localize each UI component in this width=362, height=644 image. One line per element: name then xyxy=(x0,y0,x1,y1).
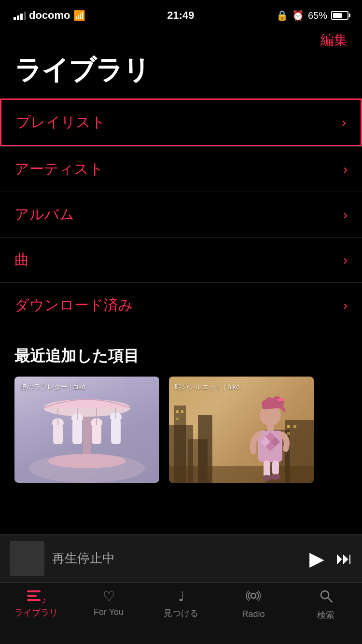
library-list: プレイリスト › アーティスト › アルバム › 曲 › ダウンロード済み › xyxy=(0,98,362,328)
svg-rect-30 xyxy=(169,466,314,483)
library-item-label: 曲 xyxy=(14,250,29,270)
now-playing-bar[interactable]: 再生停止中 ▶ ⏭ xyxy=(0,534,362,582)
radio-icon xyxy=(246,588,261,606)
status-bar: docomo 📶 21:49 🔒 ⏰ 65% xyxy=(0,0,362,27)
svg-point-42 xyxy=(251,593,256,598)
album-card-2[interactable]: 時のシルエット | aiko xyxy=(169,377,314,483)
music-note-icon: ♩ xyxy=(178,588,184,604)
carousel-illustration xyxy=(14,377,159,483)
status-right: 🔒 ⏰ 65% xyxy=(276,10,348,21)
chevron-right-icon: › xyxy=(343,162,348,177)
svg-rect-25 xyxy=(181,410,183,413)
library-tab-icon: ♪ xyxy=(27,588,45,604)
library-item-playlists[interactable]: プレイリスト › xyxy=(0,98,362,146)
library-item-albums[interactable]: アルバム › xyxy=(0,192,362,237)
library-item-artists[interactable]: アーティスト › xyxy=(0,146,362,192)
svg-rect-29 xyxy=(287,432,290,435)
svg-rect-32 xyxy=(267,425,274,432)
tab-library[interactable]: ♪ ライブラリ xyxy=(0,588,72,618)
carrier-label: docomo xyxy=(29,9,70,22)
library-item-label: ダウンロード済み xyxy=(14,295,133,315)
chevron-right-icon: › xyxy=(342,115,346,130)
tab-library-label: ライブラリ xyxy=(14,607,58,618)
album-grid: 暁のラブレター | aiko xyxy=(0,377,362,483)
svg-rect-26 xyxy=(176,418,179,420)
city-illustration xyxy=(169,377,314,483)
svg-line-44 xyxy=(328,598,332,602)
heart-icon: ♡ xyxy=(103,588,115,604)
chevron-right-icon: › xyxy=(343,207,348,223)
chevron-right-icon: › xyxy=(343,298,348,313)
tab-search-label: 検索 xyxy=(317,609,334,621)
album-art-2: 時のシルエット | aiko xyxy=(169,377,314,483)
svg-rect-11 xyxy=(111,419,121,444)
page-title: ライブラリ xyxy=(0,49,362,98)
tab-bar: ♪ ライブラリ ♡ For You ♩ 見つける Radio xyxy=(0,582,362,644)
svg-point-41 xyxy=(271,474,280,480)
tab-for-you[interactable]: ♡ For You xyxy=(72,588,145,617)
library-item-label: プレイリスト xyxy=(16,112,106,132)
svg-rect-24 xyxy=(176,410,179,413)
library-item-downloaded[interactable]: ダウンロード済み › xyxy=(0,282,362,328)
lock-icon: 🔒 xyxy=(276,10,288,21)
tab-browse[interactable]: ♩ 見つける xyxy=(145,588,217,619)
signal-icon xyxy=(14,11,26,20)
svg-point-4 xyxy=(48,454,125,468)
skip-forward-button[interactable]: ⏭ xyxy=(336,549,352,568)
svg-rect-39 xyxy=(272,461,279,475)
now-playing-thumbnail xyxy=(10,541,44,576)
svg-rect-38 xyxy=(264,461,270,477)
page-header: 編集 xyxy=(0,27,362,49)
search-icon xyxy=(319,588,333,606)
play-button[interactable]: ▶ xyxy=(309,547,324,570)
battery-percent: 65% xyxy=(308,10,327,21)
status-left: docomo 📶 xyxy=(14,9,85,22)
music-note-small-icon: ♪ xyxy=(42,595,46,606)
album-art-1: 暁のラブレター | aiko xyxy=(14,377,159,483)
now-playing-controls: ▶ ⏭ xyxy=(309,547,352,570)
wifi-icon: 📶 xyxy=(73,10,85,21)
svg-rect-28 xyxy=(293,425,296,428)
tab-radio[interactable]: Radio xyxy=(217,588,290,619)
alarm-icon: ⏰ xyxy=(292,10,304,21)
tab-for-you-label: For You xyxy=(94,607,124,617)
tab-search[interactable]: 検索 xyxy=(290,588,362,621)
edit-button[interactable]: 編集 xyxy=(320,31,348,49)
now-playing-title: 再生停止中 xyxy=(52,550,302,567)
album-card-1[interactable]: 暁のラブレター | aiko xyxy=(14,377,159,483)
recent-section-title: 最近追加した項目 xyxy=(0,328,362,377)
library-item-songs[interactable]: 曲 › xyxy=(0,237,362,282)
tab-radio-label: Radio xyxy=(242,609,265,619)
chevron-right-icon: › xyxy=(343,252,348,268)
svg-rect-27 xyxy=(287,425,290,428)
time-display: 21:49 xyxy=(167,9,194,22)
library-item-label: アーティスト xyxy=(14,159,104,179)
library-item-label: アルバム xyxy=(14,205,74,224)
battery-icon xyxy=(331,11,348,20)
tab-browse-label: 見つける xyxy=(164,607,198,619)
svg-point-40 xyxy=(262,475,272,481)
svg-rect-7 xyxy=(72,420,82,444)
